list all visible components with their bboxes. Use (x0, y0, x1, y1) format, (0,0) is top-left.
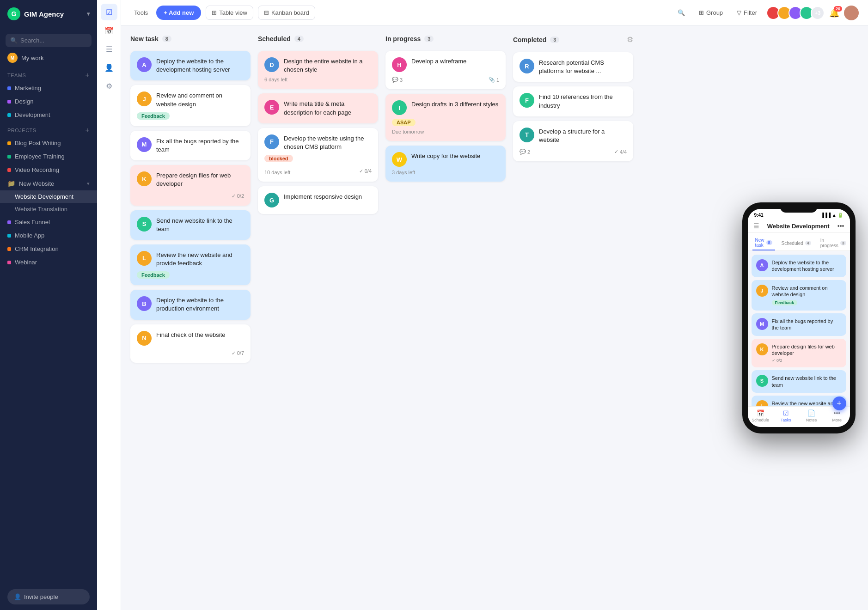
card-deploy-dev[interactable]: A Deploy the website to the development … (130, 51, 251, 80)
project-label: Employee Training (15, 153, 65, 160)
sidebar-item-marketing[interactable]: Marketing (0, 81, 97, 95)
my-work-item[interactable]: M My work (0, 49, 97, 67)
avatar-extra[interactable]: +3 (811, 6, 825, 20)
tools-tab[interactable]: Tools (130, 7, 152, 18)
card-avatar: A (137, 57, 152, 72)
card-header: I Design drafts in 3 different styles (392, 100, 499, 115)
phone-menu-icon[interactable]: ☰ (753, 222, 759, 230)
card-header: G Implement responsive design (264, 193, 372, 207)
card-deploy-prod[interactable]: B Deploy the website to the production e… (130, 290, 251, 319)
sidebar-item-blog[interactable]: Blog Post Writing (0, 136, 97, 150)
card-avatar: T (520, 128, 534, 142)
phone-nav-schedule[interactable]: 📅 Schedule (748, 409, 773, 422)
icon-strip-list[interactable]: ☰ (101, 41, 117, 57)
column-settings-icon[interactable]: ⚙ (627, 35, 633, 44)
card-fix-bugs[interactable]: M Fix all the bugs reported by the team (130, 131, 251, 160)
phone-card-content: Review the new website and provide feedb… (772, 400, 842, 406)
phone-card-4[interactable]: K Prepare design files for web developer… (752, 339, 846, 368)
sidebar-item-development[interactable]: Development (0, 108, 97, 122)
add-project-icon[interactable]: + (85, 126, 90, 134)
phone-status-bar: 9:41 ▐▐▐ ▲ 🔋 (748, 209, 850, 220)
group-button[interactable]: ⊞ Group (694, 6, 727, 19)
phone-tab-new-task[interactable]: New task 8 (752, 236, 775, 250)
phone-card-title: Fix all the bugs reported by the team (772, 318, 842, 331)
sidebar-item-sales-funnel[interactable]: Sales Funnel (0, 215, 97, 229)
icon-strip-settings[interactable]: ⚙ (101, 78, 117, 94)
invite-people-button[interactable]: 👤 Invite people (7, 589, 90, 604)
add-new-button[interactable]: + Add new (156, 6, 201, 20)
project-label: Sales Funnel (15, 219, 50, 226)
more-icon: ••• (834, 409, 841, 417)
card-review-design[interactable]: J Review and comment on website design F… (130, 85, 251, 126)
card-days: 3 days left (392, 170, 499, 175)
card-write-copy[interactable]: W Write copy for the website 3 days left (385, 146, 506, 182)
card-header: N Final check of the website (137, 331, 244, 346)
logo-icon: G (7, 7, 20, 20)
search-container[interactable]: 🔍 Search... (6, 34, 92, 47)
phone-card-3[interactable]: M Fix all the bugs reported by the team (752, 313, 846, 336)
card-meta-desc[interactable]: E Write meta title & meta description fo… (258, 93, 378, 123)
card-title: Write meta title & meta description for … (284, 100, 372, 116)
card-prepare-design[interactable]: K Prepare design files for web developer… (130, 165, 251, 205)
card-design-website[interactable]: D Design the entire website in a chosen … (258, 51, 378, 89)
card-badge-feedback: Feedback (137, 271, 170, 279)
sidebar-item-employee[interactable]: Employee Training (0, 150, 97, 163)
add-team-icon[interactable]: + (85, 71, 90, 79)
card-avatar: N (137, 331, 152, 346)
notification-button[interactable]: 🔔 20 (829, 8, 839, 18)
phone-nav-more[interactable]: ••• More (824, 409, 850, 422)
sidebar-item-new-website[interactable]: 📁 New Website ▾ (0, 177, 97, 190)
kanban-board-button[interactable]: ⊟ Kanban board (258, 6, 315, 20)
sidebar-item-design[interactable]: Design (0, 95, 97, 108)
phone-more-icon[interactable]: ••• (837, 222, 844, 230)
search-button[interactable]: 🔍 (673, 6, 690, 19)
sidebar-logo[interactable]: G GIM Agency ▾ (0, 0, 97, 28)
card-design-drafts[interactable]: I Design drafts in 3 different styles AS… (385, 94, 506, 141)
sidebar-item-video[interactable]: Video Recording (0, 163, 97, 177)
card-review-feedback[interactable]: L Review the new website and provide fee… (130, 244, 251, 285)
phone-tab-in-progress[interactable]: In progress 3 (818, 236, 849, 250)
card-wireframe[interactable]: H Develop a wireframe 💬 3 📎 1 (385, 51, 506, 89)
phone-card-avatar: M (756, 318, 768, 330)
phone-nav-notes[interactable]: 📄 Notes (799, 409, 824, 422)
card-header: B Deploy the website to the production e… (137, 296, 244, 313)
card-header: A Deploy the website to the development … (137, 57, 244, 74)
icon-strip-tasks[interactable]: ☑ (101, 4, 117, 20)
sidebar-item-crm[interactable]: CRM Integration (0, 242, 97, 256)
schedule-icon: 📅 (757, 409, 764, 417)
phone-fab-button[interactable]: + (832, 396, 846, 410)
sidebar-item-webinar[interactable]: Webinar (0, 256, 97, 269)
card-header: K Prepare design files for web developer (137, 171, 244, 188)
column-completed: Completed 3 ⚙ R Research potential CMS p… (513, 33, 633, 603)
topbar-left: Tools + Add new ⊞ Table view ⊟ Kanban bo… (130, 6, 667, 20)
sidebar-item-mobile-app[interactable]: Mobile App (0, 229, 97, 242)
phone-card-2[interactable]: J Review and comment on website design F… (752, 280, 846, 311)
card-final-check[interactable]: N Final check of the website ✓ 0/7 (130, 324, 251, 363)
card-send-link[interactable]: S Send new website link to the team (130, 210, 251, 240)
project-dot (7, 168, 11, 172)
card-find-references[interactable]: F Find 10 references from the industry (513, 86, 633, 116)
icon-strip-calendar[interactable]: 📅 (101, 22, 117, 39)
phone-tab-scheduled[interactable]: Scheduled 4 (779, 236, 814, 250)
sidebar-item-website-development[interactable]: Website Development (0, 190, 97, 203)
sidebar-footer: 👤 Invite people (0, 584, 97, 610)
icon-strip-person[interactable]: 👤 (101, 59, 117, 76)
column-title-scheduled: Scheduled 4 (258, 35, 304, 43)
group-icon: ⊞ (699, 9, 704, 16)
card-develop-cms[interactable]: F Develop the website using the chosen C… (258, 128, 378, 182)
filter-button[interactable]: ▽ Filter (732, 6, 762, 19)
phone-card-5[interactable]: S Send new website link to the team (752, 370, 846, 393)
phone-card-1[interactable]: A Deploy the website to the development … (752, 255, 846, 277)
sidebar-item-website-translation[interactable]: Website Translation (0, 203, 97, 215)
phone-card-title: Deploy the website to the development ho… (772, 259, 842, 273)
card-research-cms[interactable]: R Research potential CMS platforms for w… (513, 52, 633, 82)
card-responsive[interactable]: G Implement responsive design (258, 186, 378, 214)
card-develop-structure[interactable]: T Develop a structure for a website 💬 2 … (513, 121, 633, 161)
phone-nav-tasks[interactable]: ☑ Tasks (773, 409, 799, 422)
user-avatar[interactable] (844, 6, 859, 20)
phone-card-title: Review the new website and provide feedb… (772, 400, 842, 406)
card-avatar: D (264, 57, 279, 72)
table-view-button[interactable]: ⊞ Table view (206, 6, 253, 20)
phone-card-6[interactable]: L Review the new website and provide fee… (752, 396, 846, 406)
card-title: Implement responsive design (284, 193, 362, 201)
